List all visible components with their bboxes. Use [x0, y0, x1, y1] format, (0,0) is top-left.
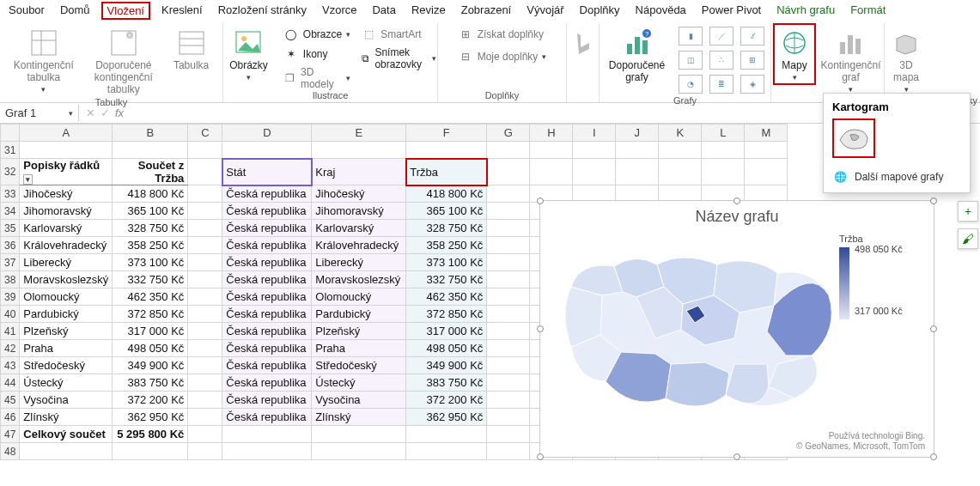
resize-handle[interactable]: [930, 325, 937, 332]
data-cell-state[interactable]: Česká republika: [222, 237, 312, 254]
data-cell-rev[interactable]: 418 800 Kč: [406, 185, 487, 203]
row-header[interactable]: 37: [1, 254, 20, 271]
row-header[interactable]: 47: [1, 426, 20, 443]
row-header[interactable]: 45: [1, 392, 20, 409]
select-all[interactable]: [1, 125, 20, 142]
data-cell-region[interactable]: Pardubický: [312, 306, 406, 323]
resize-handle[interactable]: [930, 197, 937, 204]
resize-handle[interactable]: [930, 453, 937, 460]
fx-controls[interactable]: ✕✓fx: [79, 106, 131, 119]
column-header[interactable]: J: [616, 125, 659, 142]
chart-title[interactable]: Název grafu: [540, 208, 934, 226]
data-cell-region[interactable]: Jihomoravský: [312, 203, 406, 220]
data-cell-rev[interactable]: 328 750 Kč: [406, 220, 487, 237]
resize-handle[interactable]: [537, 325, 544, 332]
data-cell-region[interactable]: Vysočina: [312, 392, 406, 409]
pivot-row-label[interactable]: Liberecký: [20, 254, 113, 271]
data-cell-state[interactable]: Česká republika: [222, 306, 312, 323]
menu-item-vzorce[interactable]: Vzorce: [322, 3, 356, 18]
name-box[interactable]: Graf 1▾: [0, 105, 79, 121]
data-cell-state[interactable]: Česká republika: [222, 357, 312, 374]
data-cell-rev[interactable]: 365 100 Kč: [406, 203, 487, 220]
row-header[interactable]: 43: [1, 357, 20, 374]
data-cell-rev[interactable]: 349 900 Kč: [406, 357, 487, 374]
get-addins-button[interactable]: ⊞Získat doplňky: [458, 27, 547, 42]
pivot-total-label[interactable]: Celkový součet: [20, 426, 113, 443]
pictures-button[interactable]: Obrázky▾: [224, 27, 273, 83]
row-header[interactable]: 39: [1, 289, 20, 306]
data-cell-rev[interactable]: 317 000 Kč: [406, 323, 487, 340]
data-cell-state[interactable]: Česká republika: [222, 254, 312, 271]
screenshot-button[interactable]: ⧉Snímek obrazovky▾: [361, 46, 436, 70]
column-header[interactable]: I: [573, 125, 616, 142]
row-header[interactable]: 48: [1, 443, 20, 460]
pivot-row-value[interactable]: 358 250 Kč: [113, 237, 188, 254]
pivot-row-value[interactable]: 418 800 Kč: [113, 185, 188, 203]
menu-item-rozložení-stránky[interactable]: Rozložení stránky: [218, 3, 307, 18]
menu-item-data[interactable]: Data: [372, 3, 395, 18]
data-cell-state[interactable]: Česká republika: [222, 392, 312, 409]
pivot-row-value[interactable]: 383 750 Kč: [113, 374, 188, 392]
pivot-row-label[interactable]: Moravskoslezský: [20, 271, 113, 289]
pivot-row-header[interactable]: Popisky řádků ▾: [20, 159, 113, 185]
data-cell-region[interactable]: Středočeský: [312, 357, 406, 374]
menu-item-nápověda[interactable]: Nápověda: [636, 3, 686, 18]
row-header[interactable]: 31: [1, 142, 20, 159]
row-header[interactable]: 33: [1, 185, 20, 203]
pivot-row-value[interactable]: 332 750 Kč: [113, 271, 188, 289]
menu-item-vložení[interactable]: Vložení: [101, 2, 150, 20]
resize-handle[interactable]: [537, 197, 544, 204]
pivot-row-value[interactable]: 372 200 Kč: [113, 392, 188, 409]
pivot-total-value[interactable]: 5 295 800 Kč: [113, 426, 188, 443]
data-cell-state[interactable]: Česká republika: [222, 220, 312, 237]
pivot-row-label[interactable]: Jihočeský: [20, 185, 113, 203]
pivot-row-value[interactable]: 462 350 Kč: [113, 289, 188, 306]
menu-item-formát[interactable]: Formát: [850, 3, 886, 18]
row-header[interactable]: 44: [1, 374, 20, 392]
resize-handle[interactable]: [733, 197, 740, 204]
data-cell-region[interactable]: Královehradecký: [312, 237, 406, 254]
pivot-row-value[interactable]: 373 100 Kč: [113, 254, 188, 271]
chart-elements-button[interactable]: +: [958, 201, 978, 222]
data-cell-rev[interactable]: 462 350 Kč: [406, 289, 487, 306]
pivot-row-label[interactable]: Vysočina: [20, 392, 113, 409]
data-cell-state[interactable]: Česká republika: [222, 203, 312, 220]
row-header[interactable]: 46: [1, 409, 20, 426]
data-cell-region[interactable]: Praha: [312, 340, 406, 357]
data-header-state[interactable]: Stát: [222, 159, 312, 185]
column-header[interactable]: E: [312, 125, 406, 142]
pivot-row-label[interactable]: Karlovarský: [20, 220, 113, 237]
pivot-row-label[interactable]: Jihomoravský: [20, 203, 113, 220]
3d-models-button[interactable]: ❒3D modely▾: [283, 66, 350, 90]
row-header[interactable]: 42: [1, 340, 20, 357]
data-cell-region[interactable]: Liberecký: [312, 254, 406, 271]
table-button[interactable]: Tabulka: [168, 27, 214, 73]
row-header[interactable]: 40: [1, 306, 20, 323]
shapes-button[interactable]: ◯Obrazce▾: [283, 27, 350, 42]
data-cell-state[interactable]: Česká republika: [222, 185, 312, 203]
data-cell-region[interactable]: Ústecký: [312, 374, 406, 392]
pivot-row-label[interactable]: Olomoucký: [20, 289, 113, 306]
data-cell-region[interactable]: Plzeňský: [312, 323, 406, 340]
data-cell-rev[interactable]: 372 850 Kč: [406, 306, 487, 323]
bing-maps-button[interactable]: [563, 27, 603, 59]
data-cell-rev[interactable]: 332 750 Kč: [406, 271, 487, 289]
column-header[interactable]: C: [188, 125, 222, 142]
pivot-row-value[interactable]: 317 000 Kč: [113, 323, 188, 340]
row-header[interactable]: 32: [1, 159, 20, 185]
pivot-row-label[interactable]: Plzeňský: [20, 323, 113, 340]
pivot-row-label[interactable]: Praha: [20, 340, 113, 357]
data-cell-region[interactable]: Karlovarský: [312, 220, 406, 237]
data-cell-state[interactable]: Česká republika: [222, 323, 312, 340]
menu-item-revize[interactable]: Revize: [411, 3, 446, 18]
pivot-sum-header[interactable]: Součet z Tržba: [113, 159, 188, 185]
data-header-rev[interactable]: Tržba: [406, 159, 487, 185]
menu-item-doplňky[interactable]: Doplňky: [580, 3, 620, 18]
data-cell-rev[interactable]: 373 100 Kč: [406, 254, 487, 271]
menu-item-soubor[interactable]: Soubor: [9, 3, 45, 18]
data-cell-region[interactable]: Moravskoslezský: [312, 271, 406, 289]
recommended-charts-button[interactable]: ? Doporučené grafy: [604, 27, 670, 85]
data-cell-state[interactable]: Česká republika: [222, 374, 312, 392]
column-header[interactable]: L: [702, 125, 745, 142]
column-header[interactable]: H: [530, 125, 573, 142]
